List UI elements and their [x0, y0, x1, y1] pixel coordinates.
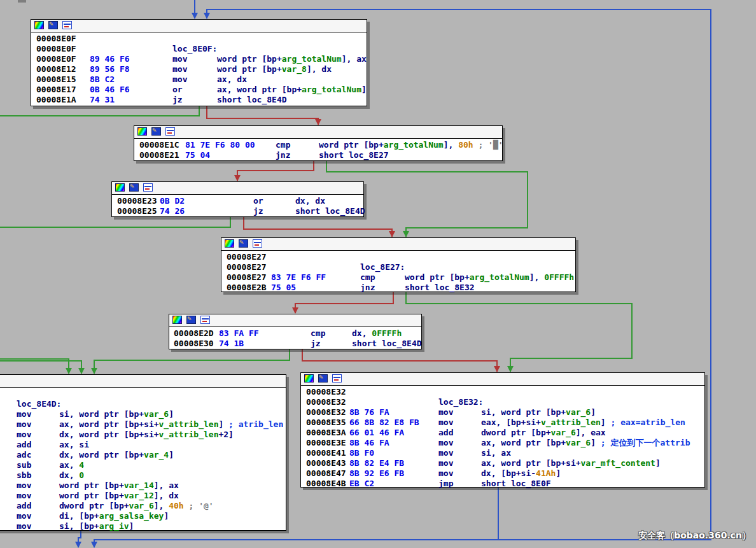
asm-line[interactable]: 00008E230B D2ordx, dx — [112, 196, 363, 206]
node-title-bar[interactable] — [169, 314, 421, 327]
group-nodes-icon[interactable] — [332, 374, 342, 383]
asm-token: arg_totalNum — [384, 140, 444, 150]
asm-run: 00008E27 — [227, 262, 267, 272]
asm-line[interactable]: sbbdx, 0 — [0, 470, 286, 481]
graph-node-8E2D[interactable]: 00008E2D83 FA FFcmpdx, 0FFFFh00008E3074 … — [169, 314, 422, 349]
asm-run: dx, 0 — [59, 470, 84, 481]
asm-line[interactable]: movword ptr [bp+var_12], dx — [0, 491, 286, 501]
node-title-bar[interactable] — [134, 126, 502, 139]
node-title-bar[interactable] — [221, 238, 575, 251]
asm-run: 00008E3A — [306, 428, 346, 438]
asm-line[interactable]: 00008E2B75 05jnzshort loc_8E32 — [221, 283, 575, 293]
asm-line[interactable]: 00008E2D83 FA FFcmpdx, 0FFFFh — [169, 328, 421, 339]
asm-token: word ptr [bp+ — [217, 64, 282, 74]
asm-line[interactable]: 00008E1289 56 F8movword ptr [bp+var_8], … — [31, 64, 367, 74]
color-palette-icon[interactable] — [137, 127, 147, 136]
asm-line[interactable]: adddword ptr [bp+var_6], 40h ; '@' — [0, 501, 286, 511]
graph-node-8E32[interactable]: 00008E3200008E32loc_8E32:00008E328B 76 F… — [300, 372, 705, 488]
asm-token: 74 26 — [160, 206, 185, 216]
asm-line[interactable]: 00008E2175 04jnzshort loc_8E27 — [134, 150, 502, 160]
asm-line[interactable]: addax, si — [0, 440, 286, 450]
edit-node-icon[interactable] — [48, 21, 58, 29]
asm-line[interactable]: 00008E0F — [31, 34, 367, 44]
graph-node-8E0F[interactable]: 00008E0F00008E0Floc_8E0F:00008E0F89 46 F… — [31, 19, 367, 106]
asm-line[interactable]: movdx, word ptr [bp+si+v_attrib_len+2] — [0, 430, 286, 440]
graph-canvas[interactable]: 00008E0F00008E0Floc_8E0F:00008E0F89 46 F… — [0, 0, 756, 548]
edge-green-8E2D-to-8E4D-arrowhead — [91, 368, 97, 374]
asm-line[interactable]: 00008E32 — [301, 387, 704, 397]
asm-run: dx, word ptr [bp+var_4] — [59, 450, 174, 460]
asm-line[interactable]: movdi, [bp+arg_salsa_key] — [0, 511, 286, 521]
node-title-bar[interactable] — [0, 375, 286, 388]
node-title-bar[interactable] — [112, 182, 363, 195]
asm-token: cmp — [276, 140, 290, 150]
graph-node-8E23[interactable]: 00008E230B D2ordx, dx00008E2574 26jzshor… — [111, 181, 364, 217]
edge-red-8E23-to-8E27-arrowhead — [389, 231, 395, 237]
asm-token: word ptr [bp+ — [59, 491, 124, 500]
asm-run: mov — [438, 438, 453, 448]
edit-node-icon[interactable] — [239, 239, 248, 248]
asm-line[interactable]: 00008E27loc_8E27: — [221, 262, 575, 272]
asm-line[interactable]: 00008E3A66 01 46 FAadddword ptr [bp+var_… — [301, 428, 704, 438]
asm-line[interactable]: adcdx, word ptr [bp+var_4] — [0, 450, 286, 460]
edit-node-icon[interactable] — [151, 127, 161, 136]
edit-node-icon[interactable] — [129, 183, 139, 192]
asm-line[interactable]: 00008E158B C2movax, dx — [31, 74, 367, 85]
edge-red-8E23-to-8E27 — [244, 217, 392, 237]
group-nodes-icon[interactable] — [143, 183, 153, 192]
asm-token: add — [17, 501, 31, 510]
asm-line[interactable]: movsi, [bp+arg_iv] — [0, 521, 286, 531]
asm-line[interactable] — [0, 389, 286, 399]
asm-run: 00008E32 — [306, 397, 346, 407]
asm-line[interactable]: 00008E170B 46 F6orax, word ptr [bp+arg_t… — [31, 85, 367, 95]
group-nodes-icon[interactable] — [200, 316, 210, 324]
asm-line[interactable]: 00008E1A74 31jzshort loc_8E4D — [31, 95, 367, 105]
asm-line[interactable]: movsi, word ptr [bp+var_6] — [0, 409, 286, 419]
asm-line[interactable]: 00008E0Floc_8E0F: — [31, 44, 367, 54]
asm-line[interactable]: 00008E27 — [221, 252, 575, 262]
group-nodes-icon[interactable] — [253, 239, 262, 248]
asm-run: loc_8E27: — [360, 262, 405, 272]
asm-token: 00008E21 — [139, 150, 179, 160]
color-palette-icon[interactable] — [304, 374, 314, 383]
asm-run: 8B 76 FA — [349, 407, 389, 418]
asm-run: 00008E43 — [306, 458, 346, 468]
asm-line[interactable]: 00008E2783 7E F6 FFcmpword ptr [bp+arg_t… — [221, 272, 575, 283]
asm-line[interactable]: 00008E3E8B 46 FAmovax, word ptr [bp+var_… — [301, 438, 704, 448]
node-title-bar[interactable] — [301, 373, 704, 386]
color-palette-icon[interactable] — [225, 239, 234, 248]
asm-line[interactable]: 00008E3074 1Bjzshort loc_8E4D — [169, 339, 421, 349]
asm-token: ] — [591, 438, 596, 447]
asm-run: dx, word ptr [bp+si+v_attrib_len+2] — [59, 430, 234, 440]
graph-node-8E27[interactable]: 00008E2700008E27loc_8E27:00008E2783 7E F… — [221, 237, 576, 292]
asm-line[interactable]: 00008E418B F0movsi, ax — [301, 448, 704, 458]
graph-node-8E1C[interactable]: 00008E1C81 7E F6 80 00cmpword ptr [bp+ar… — [134, 125, 503, 161]
asm-line[interactable]: 00008E3566 8B 82 E8 FBmoveax, [bp+si+v_a… — [301, 418, 704, 428]
asm-run: 00008E23 — [117, 196, 157, 206]
group-nodes-icon[interactable] — [165, 127, 175, 136]
color-palette-icon[interactable] — [115, 183, 125, 192]
group-nodes-icon[interactable] — [62, 21, 72, 29]
asm-token: 89 56 F8 — [90, 64, 130, 74]
edit-node-icon[interactable] — [318, 374, 328, 383]
asm-line[interactable]: 00008E438B 82 E4 FBmovax, word ptr [bp+s… — [301, 458, 704, 468]
graph-node-8E4D[interactable]: loc_8E4D:movsi, word ptr [bp+var_6]movax… — [0, 374, 286, 531]
asm-line[interactable]: 00008E328B 76 FAmovsi, word ptr [bp+var_… — [301, 407, 704, 418]
asm-line[interactable]: movword ptr [bp+var_14], ax — [0, 481, 286, 491]
edit-node-icon[interactable] — [186, 316, 196, 324]
asm-line[interactable]: 00008E1C81 7E F6 80 00cmpword ptr [bp+ar… — [134, 140, 502, 150]
node-title-bar[interactable] — [31, 20, 367, 32]
color-palette-icon[interactable] — [172, 316, 182, 324]
asm-line[interactable]: 00008E0F89 46 F6movword ptr [bp+arg_tota… — [31, 54, 367, 64]
color-palette-icon[interactable] — [34, 21, 44, 29]
asm-line[interactable]: 00008E4BEB C2jmpshort loc_8E0F — [301, 479, 704, 489]
asm-line[interactable]: movax, word ptr [bp+si+v_attrib_len] ; a… — [0, 419, 286, 430]
asm-line[interactable]: subax, 4 — [0, 460, 286, 470]
asm-line[interactable]: loc_8E4D: — [0, 399, 286, 409]
asm-token: ], eax — [576, 428, 606, 437]
asm-run: add — [438, 428, 453, 438]
asm-line[interactable]: 00008E32loc_8E32: — [301, 397, 704, 407]
asm-line[interactable]: 00008E2574 26jzshort loc_8E4D — [112, 206, 363, 216]
asm-line[interactable]: 00008E478B 92 E6 FBmovdx, [bp+si-41Ah] — [301, 468, 704, 479]
edge-green-8E0F-to-8E4D — [0, 106, 199, 116]
